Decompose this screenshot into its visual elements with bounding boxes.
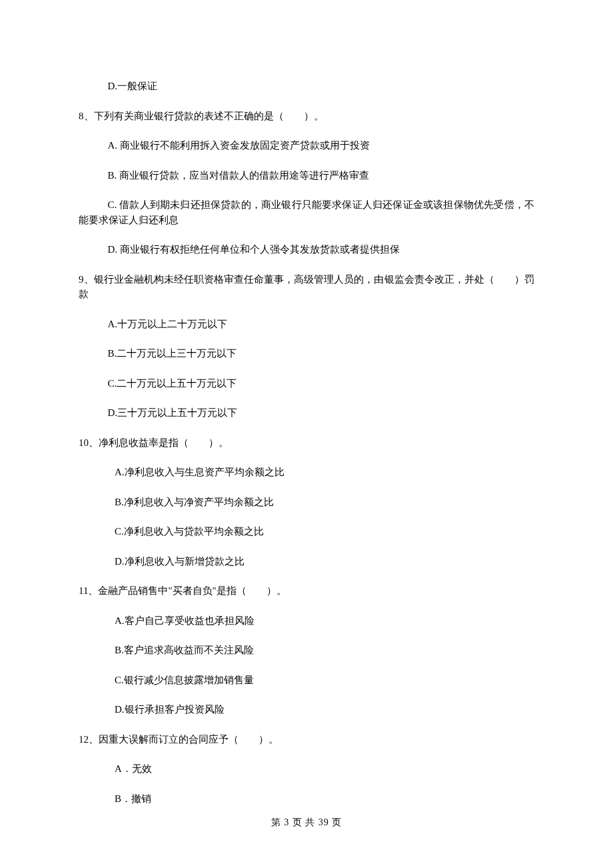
- q8-option-d: D. 商业银行有权拒绝任何单位和个人强令其发放货款或者提供担保: [79, 242, 534, 257]
- q9-stem: 9、银行业金融机构未经任职资格审查任命董事，高级管理人员的，由银监会责令改正，并…: [79, 272, 534, 302]
- q9-option-a: A.十万元以上二十万元以下: [79, 317, 534, 332]
- q11-option-c: C.银行减少信息披露增加销售量: [79, 673, 534, 688]
- q10-option-b: B.净利息收入与净资产平均余额之比: [79, 495, 534, 510]
- q9-option-b: B.二十万元以上三十万元以下: [79, 346, 534, 361]
- q12-option-b: B．撤销: [79, 791, 534, 807]
- document-page: D.一般保证 8、下列有关商业银行贷款的表述不正确的是（ ）。 A. 商业银行不…: [0, 0, 613, 868]
- q11-option-b: B.客户追求高收益而不关注风险: [79, 643, 534, 658]
- q10-stem: 10、净利息收益率是指（ ）。: [79, 435, 534, 451]
- q10-option-d: D.净利息收入与新增贷款之比: [79, 554, 534, 569]
- page-footer: 第 3 页 共 39 页: [0, 815, 613, 829]
- q11-option-d: D.银行承担客户投资风险: [79, 702, 534, 717]
- q8-stem: 8、下列有关商业银行贷款的表述不正确的是（ ）。: [79, 109, 534, 124]
- q10-option-c: C.净利息收入与贷款平均余额之比: [79, 524, 534, 539]
- q9-option-c: C.二十万元以上五十万元以下: [79, 376, 534, 391]
- q10-option-a: A.净利息收入与生息资产平均余额之比: [79, 465, 534, 480]
- q11-stem: 11、金融产品销售中"买者自负"是指（ ）。: [79, 583, 534, 599]
- q8-option-c: C. 借款人到期未归还担保贷款的，商业银行只能要求保证人归还保证金或该担保物优先…: [79, 197, 534, 227]
- q12-stem: 12、因重大误解而订立的合同应予（ ）。: [79, 732, 534, 747]
- q8-option-a: A. 商业银行不能利用拆入资金发放固定资产贷款或用于投资: [79, 138, 534, 153]
- q7-option-d: D.一般保证: [79, 79, 534, 94]
- q9-option-d: D.三十万元以上五十万元以下: [79, 405, 534, 421]
- q12-option-a: A．无效: [79, 761, 534, 777]
- q11-option-a: A.客户自己享受收益也承担风险: [79, 613, 534, 629]
- q8-option-b: B. 商业银行贷款，应当对借款人的借款用途等进行严格审查: [79, 168, 534, 183]
